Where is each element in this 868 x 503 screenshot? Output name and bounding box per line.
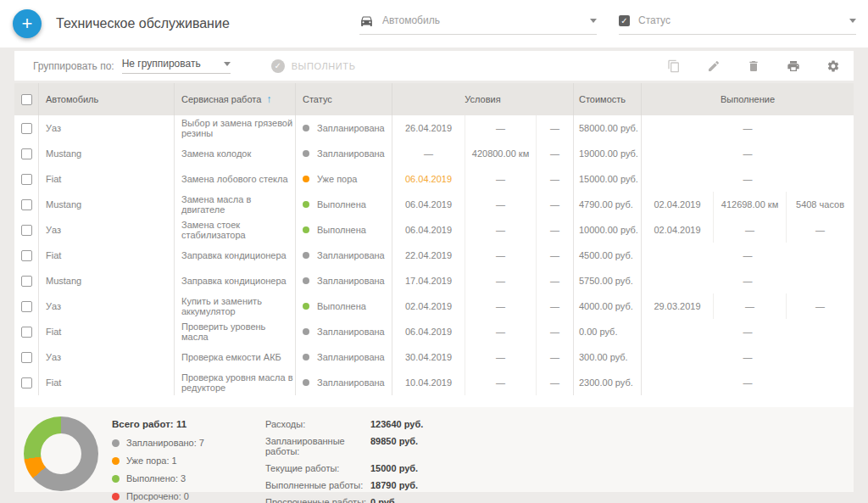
execution-km-cell: 412698.00 км <box>713 192 786 217</box>
condition-hours-cell: — <box>536 243 573 268</box>
status-cell: Запланирована <box>295 319 392 344</box>
row-checkbox[interactable] <box>14 268 38 293</box>
row-checkbox[interactable] <box>14 141 38 166</box>
row-checkbox[interactable] <box>14 293 38 319</box>
row-checkbox[interactable] <box>14 166 38 192</box>
execution-hours-cell: — <box>786 293 854 319</box>
condition-hours-cell: — <box>536 268 573 293</box>
execution-cell: — <box>641 344 854 370</box>
cost-stats: Расходы:123640 руб. Запланированные рабо… <box>265 419 423 492</box>
condition-km-cell: — <box>465 166 536 192</box>
service-cell: Купить и заменить аккумулятор <box>174 293 295 319</box>
cost-cell: 10000.00 руб. <box>573 217 641 243</box>
copy-icon[interactable] <box>667 59 681 73</box>
execution-km-cell: — <box>713 217 786 243</box>
print-icon[interactable] <box>787 59 800 73</box>
row-checkbox[interactable] <box>14 243 38 268</box>
status-dot <box>303 328 309 335</box>
select-all-checkbox[interactable] <box>14 83 38 115</box>
vehicle-cell: Fiat <box>38 166 174 192</box>
vehicle-cell: Mustang <box>38 268 174 293</box>
group-by-value: Не группировать <box>122 58 201 70</box>
condition-km-cell: — <box>465 319 536 344</box>
sort-ascending-icon[interactable]: ↑ <box>266 93 271 105</box>
row-checkbox[interactable] <box>14 370 38 395</box>
status-cell: Уже пора <box>295 166 392 192</box>
stat-value: 15000 руб. <box>370 463 423 473</box>
settings-icon[interactable] <box>826 59 840 73</box>
condition-hours-cell: — <box>536 370 573 395</box>
execution-cell: — <box>641 166 854 192</box>
col-status[interactable]: Статус <box>295 83 392 115</box>
col-conditions[interactable]: Условия <box>392 83 573 115</box>
group-by-label: Группировать по: <box>33 60 114 72</box>
vehicle-filter-label: Автомобиль <box>382 14 581 26</box>
table-row[interactable]: Mustang Замена масла в двигателе Выполне… <box>14 192 854 217</box>
stat-value: 123640 руб. <box>370 419 423 429</box>
vehicle-filter-dropdown[interactable]: Автомобиль <box>359 14 597 35</box>
edit-icon[interactable] <box>707 59 721 73</box>
execution-cell: — <box>641 370 854 395</box>
table-row[interactable]: Fiat Проверить уровень масла Запланирова… <box>14 319 854 344</box>
condition-km-cell: — <box>465 268 536 293</box>
table-row[interactable]: Уаз Замена стоек стабилизатора Выполнена… <box>14 217 854 243</box>
condition-km-cell: — <box>465 344 536 370</box>
row-checkbox[interactable] <box>14 115 38 141</box>
cost-cell: 4790.00 руб. <box>573 192 641 217</box>
condition-date-cell: 06.04.2019 <box>392 217 465 243</box>
table-row[interactable]: Mustang Заправка кондиционера Запланиров… <box>14 268 854 293</box>
status-filter-label: Статус <box>638 14 841 26</box>
vehicle-cell: Fiat <box>38 319 174 344</box>
col-vehicle[interactable]: Автомобиль <box>38 83 174 115</box>
col-execution[interactable]: Выполнение <box>641 83 854 115</box>
condition-km-cell: — <box>465 370 536 395</box>
add-button[interactable]: + <box>13 9 42 38</box>
table-body: Уаз Выбор и замена грязевой резины Запла… <box>14 115 854 407</box>
execution-date-cell: 29.03.2019 <box>641 293 713 319</box>
donut-hole <box>41 433 81 474</box>
execute-button[interactable]: ✓ ВЫПОЛНИТЬ <box>271 59 356 73</box>
table-row[interactable]: Fiat Замена лобового стекла Уже пора 06.… <box>14 166 854 192</box>
status-cell: Запланирована <box>295 268 392 293</box>
condition-km-cell: — <box>465 293 536 319</box>
legend-dot <box>112 457 120 465</box>
row-checkbox[interactable] <box>14 192 38 217</box>
status-cell: Запланирована <box>295 115 392 141</box>
condition-hours-cell: — <box>536 319 573 344</box>
service-cell: Проверить уровень масла <box>174 319 295 344</box>
table-row[interactable]: Уаз Выбор и замена грязевой резины Запла… <box>14 115 854 141</box>
stat-value: 0 руб. <box>370 497 423 503</box>
condition-hours-cell: — <box>536 192 573 217</box>
vehicle-cell: Уаз <box>38 217 174 243</box>
row-checkbox[interactable] <box>14 319 38 344</box>
legend-item-planned: Запланировано: 7 <box>112 438 204 448</box>
service-cell: Заправка кондиционера <box>174 243 295 268</box>
chevron-down-icon <box>224 62 231 66</box>
cost-cell: 5750.00 руб. <box>573 268 641 293</box>
stat-label: Расходы: <box>265 419 370 429</box>
status-dot <box>303 125 309 131</box>
cost-cell: 300.00 руб. <box>573 344 641 370</box>
condition-hours-cell: — <box>536 217 573 243</box>
row-checkbox[interactable] <box>14 217 38 243</box>
service-cell: Проверка уровня масла в редукторе <box>174 370 295 395</box>
legend-item-due: Уже пора: 1 <box>112 455 204 466</box>
vehicle-cell: Mustang <box>38 192 174 217</box>
group-by-select[interactable]: Не группировать <box>122 58 231 74</box>
condition-km-cell: — <box>465 217 536 243</box>
col-service[interactable]: Сервисная работа↑ <box>174 83 295 115</box>
table-row[interactable]: Уаз Купить и заменить аккумулятор Выполн… <box>14 293 854 319</box>
delete-icon[interactable] <box>747 59 760 73</box>
table-row[interactable]: Fiat Проверка уровня масла в редукторе З… <box>14 370 854 395</box>
status-filter-checkbox[interactable]: ✓ <box>619 15 630 26</box>
table-row[interactable]: Mustang Замена колодок Запланирована — 4… <box>14 141 854 166</box>
table-row[interactable]: Fiat Заправка кондиционера Запланирована… <box>14 243 854 268</box>
col-cost[interactable]: Стоимость <box>573 83 641 115</box>
vehicle-cell: Уаз <box>38 293 174 319</box>
row-checkbox[interactable] <box>14 344 38 370</box>
condition-km-cell: — <box>465 192 536 217</box>
condition-date-cell: 06.04.2019 <box>392 166 465 192</box>
status-filter-dropdown[interactable]: ✓ Статус <box>619 14 856 35</box>
table-row[interactable]: Уаз Проверка емкости АКБ Запланирована 3… <box>14 344 854 370</box>
cost-cell: 2300.00 руб. <box>573 370 641 395</box>
